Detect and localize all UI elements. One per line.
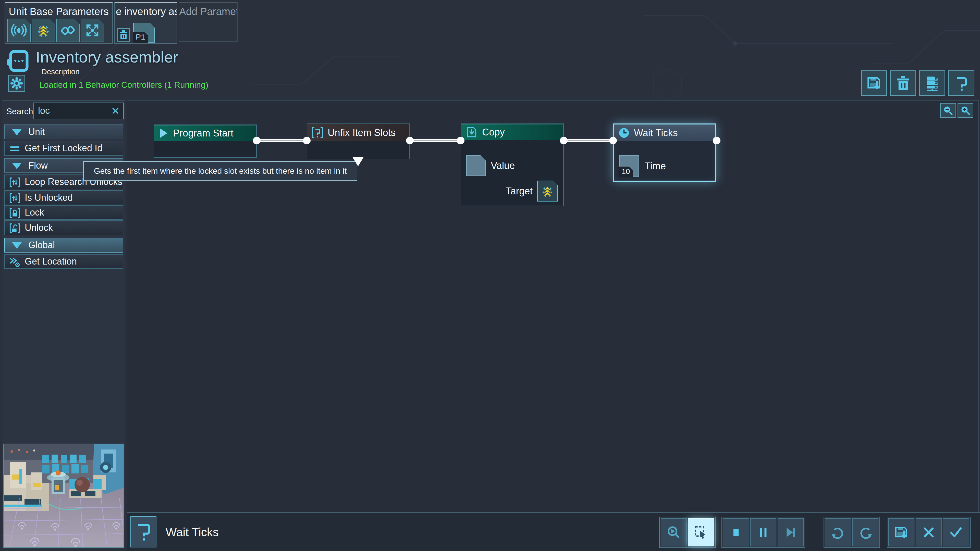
zoom-out-icon <box>942 105 954 116</box>
lock-icon <box>9 207 21 219</box>
target-slot[interactable] <box>537 181 558 202</box>
tab-add-parameter[interactable]: Add Parameter <box>179 2 238 42</box>
unfix-slots-icon <box>311 127 324 139</box>
play-icon <box>160 128 167 138</box>
step-button[interactable] <box>778 518 803 546</box>
time-value-badge: 10 <box>619 167 633 177</box>
world-preview <box>3 444 124 548</box>
zoom-play-icon <box>667 525 681 540</box>
node-unfix-item-slots[interactable]: Unfix Item Slots <box>307 124 410 159</box>
description-label[interactable]: Description <box>41 67 80 76</box>
save-icon <box>894 525 909 540</box>
instruction-tooltip: Gets the first item where the locked slo… <box>83 161 357 181</box>
world-preview-image <box>4 445 124 548</box>
wire-start-to-unfix <box>257 139 307 142</box>
confirm-button[interactable] <box>943 518 969 546</box>
port-in-wait[interactable] <box>609 137 617 144</box>
upgrade-crystal-icon <box>540 184 555 198</box>
pause-button[interactable] <box>750 518 776 546</box>
save-icon <box>866 75 882 91</box>
library-button[interactable] <box>919 70 945 96</box>
history-group <box>824 517 880 548</box>
tab-inventory-assembler[interactable]: e inventory assen P1 <box>115 2 177 44</box>
settings-button[interactable] <box>8 75 25 92</box>
save-behavior-button[interactable] <box>861 70 887 96</box>
zoom-to-fit-button[interactable] <box>661 518 687 546</box>
zoom-in-button[interactable] <box>958 103 974 118</box>
help-button[interactable] <box>948 70 974 96</box>
port-out-copy[interactable] <box>560 137 568 144</box>
radio-signal-icon <box>11 22 27 38</box>
tab-label: Unit Base Parameters <box>5 6 112 17</box>
wire-unfix-to-copy <box>410 139 461 142</box>
parameter-slot-crystal[interactable] <box>32 19 55 42</box>
clear-search-icon[interactable]: ✕ <box>111 105 120 117</box>
stop-button[interactable] <box>723 518 749 546</box>
link-icon <box>60 22 76 38</box>
sidebar-category-global[interactable]: Global <box>4 238 123 252</box>
value-label: Value <box>491 155 515 176</box>
redo-button[interactable] <box>853 518 878 546</box>
wire-copy-to-wait <box>564 139 613 142</box>
cancel-button[interactable] <box>916 518 942 546</box>
stop-icon <box>729 526 743 539</box>
search-input[interactable] <box>38 104 107 118</box>
trash-icon <box>896 76 910 91</box>
question-icon <box>135 522 152 541</box>
tooltip-pointer <box>352 157 364 166</box>
bracket-arrows-icon <box>9 176 21 188</box>
time-label: Time <box>645 155 666 177</box>
check-icon <box>949 525 963 540</box>
list-icon <box>9 143 21 155</box>
port-out-unfix[interactable] <box>406 137 414 144</box>
port-in-unfix[interactable] <box>303 137 310 144</box>
select-tool-button[interactable] <box>688 518 714 546</box>
selected-node-title: Wait Ticks <box>165 513 219 551</box>
delete-parameter-button[interactable] <box>118 28 130 41</box>
parameter-slot-p1[interactable]: P1 <box>133 23 155 43</box>
parameter-slot-link[interactable] <box>56 19 80 42</box>
port-in-copy[interactable] <box>457 137 465 144</box>
time-slot[interactable]: 10 <box>619 155 639 177</box>
save-button[interactable] <box>888 518 915 546</box>
search-label: Search: <box>6 106 35 116</box>
node-header[interactable]: Unfix Item Slots <box>307 124 409 141</box>
unlock-icon <box>9 222 21 234</box>
behavior-editor-window: Unit Base Parameters <box>0 0 980 551</box>
view-tools-group <box>659 517 716 548</box>
bracket-arrows-icon <box>9 192 21 204</box>
undo-button[interactable] <box>825 518 851 546</box>
sidebar-item-unlock[interactable]: Unlock <box>4 221 123 235</box>
node-wait-ticks[interactable]: Wait Ticks 10 Time <box>613 124 716 182</box>
commit-group <box>887 517 970 548</box>
tab-unit-base-parameters[interactable]: Unit Base Parameters <box>5 2 113 44</box>
node-header[interactable]: Copy <box>461 124 563 140</box>
node-program-start[interactable]: Program Start <box>154 124 257 158</box>
node-header[interactable]: Program Start <box>154 125 256 141</box>
tab-label: Add Parameter <box>179 6 237 17</box>
value-slot[interactable] <box>466 155 486 176</box>
delete-behavior-button[interactable] <box>890 70 916 96</box>
port-out-wait[interactable] <box>713 137 721 144</box>
port-out-program-start[interactable] <box>253 137 261 144</box>
sidebar-category-unit[interactable]: Unit <box>4 124 123 139</box>
sidebar-item-get-first-locked-id[interactable]: Get First Locked Id <box>4 141 123 156</box>
parameter-slot-collapse[interactable] <box>81 19 104 42</box>
selected-node-icon-button[interactable] <box>130 516 156 548</box>
select-cursor-icon <box>694 525 708 540</box>
redo-icon <box>858 525 873 540</box>
upgrade-crystal-icon <box>35 22 51 38</box>
node-copy[interactable]: Copy Value Target <box>461 124 564 206</box>
sidebar-item-lock[interactable]: Lock <box>4 205 123 220</box>
clock-icon <box>618 127 630 139</box>
node-header[interactable]: Wait Ticks <box>614 124 715 141</box>
page-title: Inventory assembler <box>36 48 178 66</box>
zoom-out-button[interactable] <box>940 103 956 118</box>
step-icon <box>784 526 797 539</box>
trash-icon <box>119 30 128 40</box>
parameter-slot-radio[interactable] <box>7 19 30 42</box>
behavior-chip-icon <box>6 50 29 73</box>
sidebar-item-is-unlocked[interactable]: Is Unlocked <box>4 190 123 205</box>
sidebar-item-get-location[interactable]: Get Location <box>4 254 123 269</box>
gear-icon <box>10 77 23 90</box>
